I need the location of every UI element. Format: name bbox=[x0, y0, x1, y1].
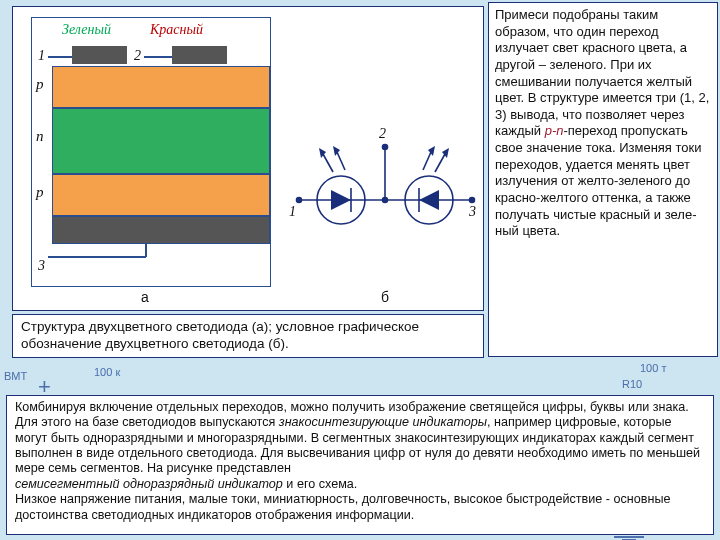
subfig-b: б bbox=[381, 289, 389, 305]
layer-p-bot bbox=[52, 174, 270, 216]
svg-line-12 bbox=[323, 154, 333, 172]
n-label: n bbox=[36, 128, 44, 145]
p-label-top: p bbox=[36, 76, 44, 93]
bot-3: Низкое напряжение питания, малые токи, м… bbox=[15, 492, 670, 521]
diagram-panel: Зеленый Красный 1 2 p n p 3 а bbox=[12, 6, 484, 311]
sym-3: 3 bbox=[469, 204, 476, 220]
lead-3-wire-h bbox=[48, 256, 146, 258]
lead-3-wire-v bbox=[145, 244, 147, 257]
svg-point-5 bbox=[470, 198, 475, 203]
svg-marker-7 bbox=[331, 190, 351, 210]
lead-2-label: 2 bbox=[134, 48, 141, 64]
caption-box: Структура двухцветного светодиода (а); у… bbox=[12, 314, 484, 358]
structure-a: Зеленый Красный 1 2 p n p 3 bbox=[31, 17, 271, 287]
caption-text: Структура двухцветного светодиода (а); у… bbox=[21, 319, 419, 351]
right-part1: Примеси подобраны таким образом, что оди… bbox=[495, 7, 709, 138]
svg-point-3 bbox=[383, 198, 388, 203]
subfig-a: а bbox=[141, 289, 149, 305]
svg-line-18 bbox=[423, 152, 431, 170]
bg-r10: R10 bbox=[622, 378, 642, 390]
bg-r-right: 100 т bbox=[640, 362, 666, 374]
svg-point-4 bbox=[383, 145, 388, 150]
label-red: Красный bbox=[150, 22, 203, 38]
layer-base bbox=[52, 216, 270, 244]
sym-2: 2 bbox=[379, 126, 386, 142]
p-label-bot: p bbox=[36, 184, 44, 201]
bg-gnd-bar bbox=[614, 536, 644, 538]
bottom-description: Комбинируя включение отдельных переходов… bbox=[6, 395, 714, 535]
lead-1-label: 1 bbox=[38, 48, 45, 64]
bg-bmt-label: ВМТ bbox=[4, 370, 27, 382]
bg-r-left: 100 к bbox=[94, 366, 120, 378]
symbol-b: 1 2 3 bbox=[293, 92, 478, 257]
led-symbol-svg bbox=[293, 92, 478, 257]
sym-1: 1 bbox=[289, 204, 296, 220]
label-green: Зеленый bbox=[62, 22, 111, 38]
right-pn: p-n bbox=[545, 123, 564, 138]
right-part2: -переход пропускать свое значение тока. … bbox=[495, 123, 702, 238]
bot-2a: семисегментный одноразрядный индикатор bbox=[15, 477, 283, 491]
bot-2b: и его схема. bbox=[283, 477, 357, 491]
layer-p-top bbox=[52, 66, 270, 108]
svg-marker-10 bbox=[419, 190, 439, 210]
layer-n bbox=[52, 108, 270, 174]
lead-3-label: 3 bbox=[38, 258, 45, 274]
svg-line-16 bbox=[435, 154, 445, 172]
contact-green bbox=[72, 46, 127, 64]
svg-line-14 bbox=[337, 152, 345, 170]
bot-1b: знакосинтезирующие индикаторы bbox=[279, 415, 487, 429]
right-description: Примеси подобраны таким образом, что оди… bbox=[488, 2, 718, 357]
contact-red bbox=[172, 46, 227, 64]
svg-point-2 bbox=[297, 198, 302, 203]
